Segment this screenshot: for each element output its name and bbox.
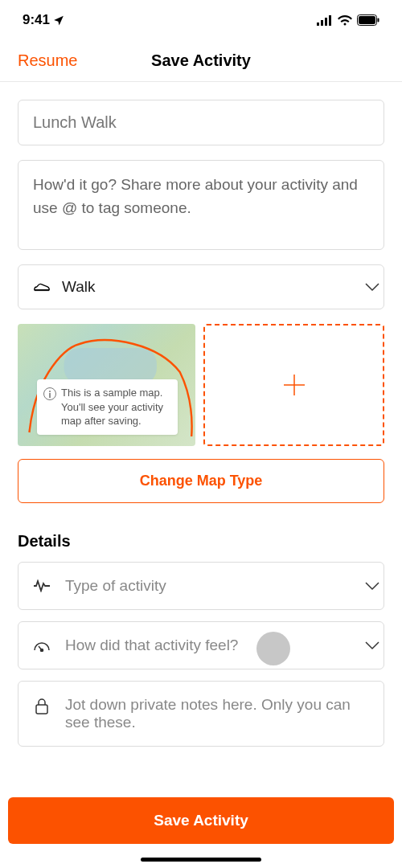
svg-rect-14: [36, 705, 47, 714]
activity-pulse-icon: [33, 579, 51, 592]
activity-type-value: Walk: [62, 278, 96, 296]
location-arrow-icon: [53, 14, 64, 26]
status-time-group: 9:41: [23, 12, 64, 28]
wifi-icon: [338, 15, 352, 26]
add-photo-button[interactable]: [203, 324, 384, 446]
status-time: 9:41: [23, 12, 50, 28]
activity-type-select[interactable]: Walk: [18, 264, 384, 309]
svg-point-8: [49, 391, 51, 392]
home-indicator: [141, 858, 261, 862]
resume-button[interactable]: Resume: [18, 51, 77, 70]
svg-rect-9: [49, 393, 51, 398]
details-heading: Details: [18, 532, 384, 551]
header: Resume Save Activity: [0, 40, 402, 82]
svg-rect-1: [321, 20, 323, 26]
status-icons: [317, 14, 379, 26]
map-row: This is a sample map. You'll see your ac…: [18, 324, 384, 446]
shoe-icon: [33, 280, 51, 294]
svg-rect-3: [329, 15, 331, 26]
chevron-down-icon: [364, 581, 380, 591]
map-thumbnail[interactable]: This is a sample map. You'll see your ac…: [18, 324, 195, 446]
chevron-down-icon: [364, 641, 380, 650]
status-bar: 9:41: [0, 0, 402, 40]
svg-rect-0: [317, 23, 319, 26]
activity-title-input[interactable]: Lunch Walk: [18, 100, 384, 145]
content-area: Lunch Walk How'd it go? Share more about…: [0, 82, 402, 747]
private-notes-input[interactable]: Jot down private notes here. Only you ca…: [18, 681, 384, 747]
touch-indicator: [256, 632, 290, 665]
bottom-bar: Save Activity: [8, 797, 394, 844]
map-sample-note: This is a sample map. You'll see your ac…: [37, 379, 178, 435]
type-of-activity-label: Type of activity: [65, 577, 166, 595]
gauge-icon: [33, 639, 51, 652]
battery-icon: [357, 14, 379, 26]
info-icon: [43, 387, 56, 400]
svg-rect-6: [378, 18, 379, 23]
private-notes-label: Jot down private notes here. Only you ca…: [65, 696, 369, 731]
plus-icon: [282, 373, 306, 397]
lock-icon: [33, 698, 51, 715]
perceived-effort-label: How did that activity feel?: [65, 637, 238, 654]
svg-rect-2: [325, 18, 327, 26]
type-of-activity-select[interactable]: Type of activity: [18, 562, 384, 610]
cellular-icon: [317, 15, 333, 26]
activity-description-input[interactable]: How'd it go? Share more about your activ…: [18, 160, 384, 250]
svg-rect-7: [64, 348, 157, 384]
save-activity-button[interactable]: Save Activity: [8, 797, 394, 844]
change-map-type-button[interactable]: Change Map Type: [18, 459, 384, 503]
svg-rect-5: [359, 16, 375, 24]
perceived-effort-select[interactable]: How did that activity feel?: [18, 621, 384, 669]
map-note-text: This is a sample map. You'll see your ac…: [61, 387, 163, 427]
page-title: Save Activity: [151, 51, 251, 70]
chevron-down-icon: [364, 282, 380, 292]
